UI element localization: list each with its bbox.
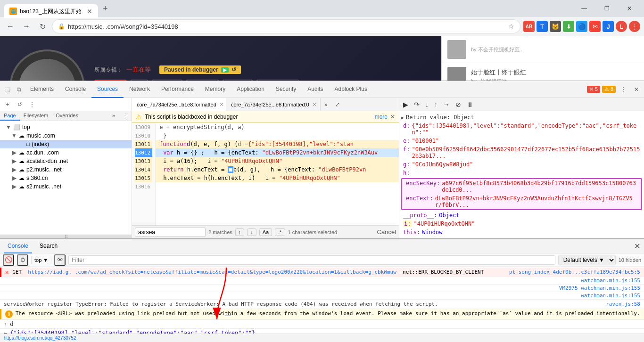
url-box[interactable]: 🔒 https://music. .com/#/song?id=35440198… (52, 19, 520, 33)
find-prev-btn[interactable]: ↑ (235, 228, 245, 236)
context-selector[interactable]: top ▼ (31, 256, 51, 264)
tab-adblock[interactable]: Adblock Plus (329, 81, 373, 98)
step-out-btn[interactable]: ↑ (432, 100, 439, 109)
step-btn[interactable]: → (441, 100, 452, 109)
album-name[interactable]: 一直在等 (126, 65, 151, 74)
menu-icon[interactable]: ⋮ (629, 21, 640, 32)
return-value-group[interactable]: ▶ Return value: Object (399, 113, 644, 122)
minimize-button[interactable]: — (573, 1, 595, 16)
tab-close-btn[interactable]: ✕ (87, 8, 92, 15)
plugin1-icon[interactable]: 🐱 (550, 21, 561, 32)
warn-source-2[interactable]: VM2975 watchman.min.js:155 (559, 285, 640, 291)
console-tab-console[interactable]: Console (4, 239, 32, 253)
tree-item-top[interactable]: ▼ ⬜ top (0, 123, 132, 131)
find-cancel-btn[interactable]: Cancel (377, 228, 396, 236)
tab-elements[interactable]: Elements (25, 81, 59, 98)
user-icon[interactable]: L (616, 21, 627, 32)
devtools-responsive-btn[interactable]: ⧉ (13, 84, 25, 95)
editor-tab-more[interactable]: » (321, 101, 331, 108)
pause-on-exception-btn[interactable]: ⏸ (465, 100, 475, 109)
tab-sources[interactable]: Sources (91, 81, 124, 98)
tab-security[interactable]: Security (270, 81, 302, 98)
blackbox-close-btn[interactable]: ✕ (390, 114, 395, 120)
share-button[interactable]: ↗ 分享 (186, 80, 219, 81)
close-button[interactable]: ✕ (619, 1, 640, 16)
plugin3-icon[interactable]: 🔵 (576, 21, 587, 32)
devtools-close-btn[interactable]: ✕ (631, 84, 642, 95)
translate-icon[interactable]: T (537, 21, 548, 32)
sw-error-source[interactable]: raven.js:58 (606, 301, 640, 307)
refresh-files-btn[interactable]: ↺ (14, 99, 25, 110)
tree-item-music[interactable]: ▼ ☁ music .com (0, 131, 132, 140)
editor-tab-1[interactable]: core_7a734ef25e...b1e8:formatted ✕ (132, 98, 226, 111)
clear-console-btn[interactable]: 🚫 (3, 254, 14, 266)
tab-memory[interactable]: Memory (199, 81, 231, 98)
console-filter-input[interactable] (68, 255, 555, 265)
collect-button[interactable]: □ 收藏 (152, 80, 182, 81)
tab-network[interactable]: Network (124, 81, 156, 98)
editor-tab-1-close[interactable]: ✕ (219, 101, 224, 108)
tree-item-acstatic[interactable]: ▶ ☁ acstatic-dun .net (0, 157, 132, 165)
error-url[interactable]: https://iad.g. .com/wa/ad_check?site=net… (28, 269, 396, 275)
maximize-button[interactable]: ❐ (596, 1, 618, 16)
csdn-url[interactable]: https://blog.csdn.net/qq_42730752 (4, 335, 76, 341)
devtools-more-btn[interactable]: ⋮ (618, 84, 629, 95)
scope-val-this: Window (422, 229, 442, 236)
more-files-btn[interactable]: ⋮ (26, 99, 38, 110)
comment-button[interactable]: 💬 (31501) (256, 80, 299, 81)
tree-item-p2[interactable]: ▶ ☁ p2.music. .net (0, 165, 132, 174)
find-regex-btn[interactable]: .* (275, 228, 285, 236)
refresh-button[interactable]: ↻ (36, 20, 49, 33)
console-close-btn[interactable]: ✕ (634, 242, 640, 251)
tab-performance[interactable]: Performance (156, 81, 199, 98)
subtab-filesystem[interactable]: Filesystem (20, 111, 52, 121)
plugin4-icon[interactable]: ✉ (589, 21, 601, 32)
eye-btn[interactable]: 👁 (54, 254, 66, 266)
step-over-btn[interactable]: ↷ (412, 100, 421, 109)
devtools-inspect-btn[interactable]: ⬚ (2, 84, 13, 95)
step-into-btn[interactable]: ↓ (423, 100, 430, 109)
find-next-btn[interactable]: ↓ (247, 228, 256, 236)
forward-button[interactable]: → (20, 20, 33, 33)
show-all-messages-btn[interactable]: ⊙ (17, 254, 28, 266)
browser-tab[interactable]: 🌐 hao123_上网从这里开始 ✕ (4, 4, 98, 18)
find-input[interactable] (135, 228, 206, 237)
play-button[interactable]: ▶ 播放 (94, 80, 127, 81)
editor-expand-btn[interactable]: ⤢ (331, 101, 344, 108)
subtab-page[interactable]: Page (0, 111, 20, 121)
editor-tab-2-close[interactable]: ✕ (312, 101, 317, 108)
editor-tab-2[interactable]: core_7a734ef25e...e8:formatted:0 ✕ (226, 98, 321, 111)
code-editor[interactable]: 13009 13010 13011 13012 13013 13014 1301… (132, 123, 399, 225)
add-button[interactable]: + (131, 80, 148, 81)
resume-btn[interactable]: ▶ (401, 100, 410, 109)
find-case-btn[interactable]: Aa (259, 228, 272, 236)
console-tab-search[interactable]: Search (36, 239, 61, 253)
tab-console[interactable]: Console (59, 81, 91, 98)
subtab-overrides[interactable]: Overrides (52, 111, 82, 121)
new-tab-button[interactable]: + (100, 3, 111, 15)
warn-source-1[interactable]: watchman.min.js:155 (581, 277, 640, 284)
song-list-item[interactable]: 始于脸红丨终于眼红 by _比我糟糕咻 (442, 63, 644, 81)
subtab-more[interactable]: » (108, 111, 119, 121)
deactivate-breakpoints-btn[interactable]: ⊘ (454, 100, 463, 109)
error-source[interactable]: pt_song_index_4def0b...c3cffa189e734fbc5… (509, 269, 640, 275)
blackbox-more-link[interactable]: more (375, 114, 388, 120)
tree-item-index[interactable]: □ (index) (0, 140, 132, 148)
tree-item-acdun[interactable]: ▶ ☁ ac.dun. .com (0, 148, 132, 157)
tab-application[interactable]: Application (231, 81, 270, 98)
tree-item-s360[interactable]: ▶ ☁ s.360.cn (0, 174, 132, 182)
back-button[interactable]: ← (4, 20, 17, 33)
tree-item-s2music[interactable]: ▶ ☁ s2.music. .net (0, 182, 132, 191)
plugin2-icon[interactable]: ⬇ (563, 21, 574, 32)
tab-audits[interactable]: Audits (302, 81, 329, 98)
plugin5-icon[interactable]: J (603, 21, 614, 32)
warn-source-3[interactable]: watchman.min.js:155 (581, 293, 640, 299)
subtab-menu[interactable]: ⋮ (119, 111, 132, 121)
download-button[interactable]: ↓ 下载 (223, 80, 252, 81)
log-level-select[interactable]: Default levels ▼ (558, 255, 616, 265)
new-file-btn[interactable]: + (2, 99, 13, 110)
resize-handle[interactable]: ⣿ (0, 235, 132, 238)
bookmark-button[interactable]: ☆ (508, 23, 514, 30)
extensions-icon[interactable]: AB (523, 21, 535, 32)
song-list-item[interactable]: by 不会开挖掘机好至... (442, 36, 644, 63)
